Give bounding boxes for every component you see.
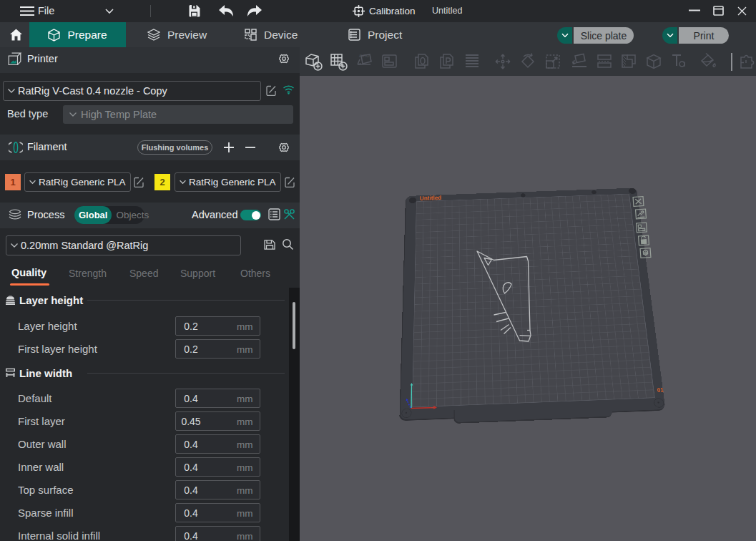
- svg-text:Untitled: Untitled: [420, 195, 442, 202]
- svg-text:AUTO: AUTO: [359, 54, 369, 58]
- svg-text:01: 01: [657, 387, 664, 394]
